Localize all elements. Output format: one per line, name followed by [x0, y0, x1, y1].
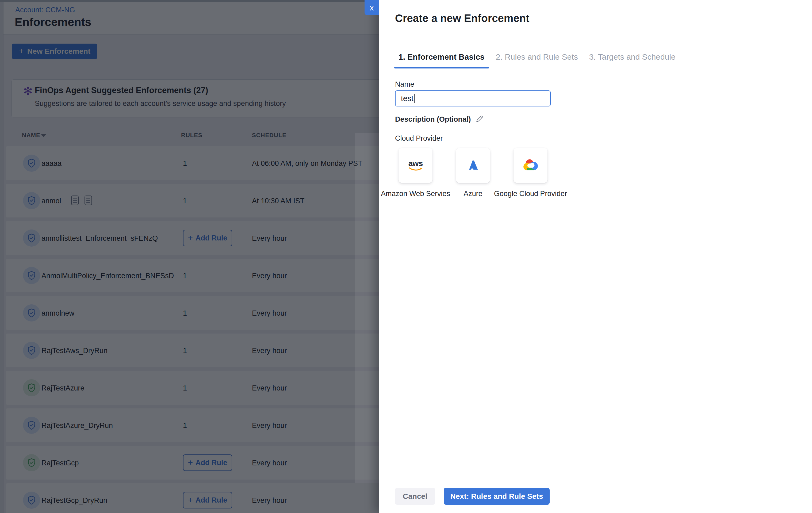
name-input-value: test	[401, 94, 413, 103]
aws-logo-icon: aws	[408, 160, 424, 171]
drawer-footer: Cancel Next: Rules and Rule Sets	[395, 488, 550, 505]
description-label: Description (Optional)	[395, 115, 471, 123]
azure-logo-icon	[465, 157, 481, 174]
gcp-logo-icon	[523, 158, 539, 173]
edit-pencil-icon[interactable]	[475, 114, 484, 124]
azure-card[interactable]	[456, 148, 490, 183]
provider-option-azure: Azure	[456, 148, 490, 183]
create-enforcement-drawer: Create a new Enforcement 1. Enforcement …	[379, 0, 812, 513]
tab-rules-and-rule-sets[interactable]: 2. Rules and Rule Sets	[492, 46, 582, 68]
name-label: Name	[395, 80, 414, 88]
provider-option-aws: aws Amazon Web Servies	[399, 148, 433, 183]
name-input[interactable]: test	[395, 90, 551, 107]
next-button[interactable]: Next: Rules and Rule Sets	[444, 488, 550, 505]
wizard-tabbar: 1. Enforcement Basics 2. Rules and Rule …	[379, 46, 812, 68]
tab-enforcement-basics[interactable]: 1. Enforcement Basics	[394, 46, 489, 68]
cancel-button[interactable]: Cancel	[395, 488, 435, 505]
gcp-card[interactable]	[514, 148, 548, 183]
aws-card[interactable]: aws	[399, 148, 433, 183]
cloud-provider-label: Cloud Provider	[395, 134, 443, 143]
gcp-label: Google Cloud Provider	[491, 188, 571, 199]
text-caret	[414, 94, 414, 103]
highlighted-column-band	[355, 133, 379, 483]
close-icon[interactable]: x	[365, 0, 379, 15]
tab-targets-and-schedule[interactable]: 3. Targets and Schedule	[585, 46, 680, 68]
drawer-title: Create a new Enforcement	[395, 12, 529, 24]
provider-option-gcp: Google Cloud Provider	[514, 148, 548, 183]
